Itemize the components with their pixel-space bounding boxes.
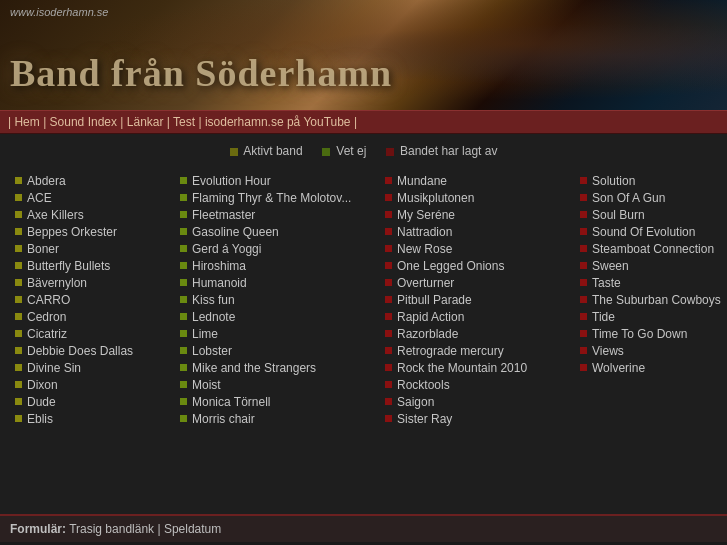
bands-grid: AbderaACEAxe KillersBeppes OrkesterBoner… — [15, 172, 712, 427]
band-link[interactable]: Divine Sin — [27, 361, 81, 375]
band-link[interactable]: Lime — [192, 327, 218, 341]
band-dot — [385, 381, 392, 388]
band-dot — [180, 194, 187, 201]
band-link[interactable]: Eblis — [27, 412, 53, 426]
nav-link-sound-index[interactable]: Sound Index — [50, 115, 117, 129]
nav-sep5: | — [354, 115, 357, 129]
list-item: Mike and the Strangers — [180, 359, 385, 376]
band-link[interactable]: Rapid Action — [397, 310, 464, 324]
band-link[interactable]: Dixon — [27, 378, 58, 392]
band-link[interactable]: Gasoline Queen — [192, 225, 279, 239]
band-link[interactable]: Humanoid — [192, 276, 247, 290]
list-item: Views — [580, 342, 727, 359]
band-link[interactable]: Pitbull Parade — [397, 293, 472, 307]
band-link[interactable]: Abdera — [27, 174, 66, 188]
band-link[interactable]: Fleetmaster — [192, 208, 255, 222]
band-dot — [180, 262, 187, 269]
band-link[interactable]: Monica Törnell — [192, 395, 270, 409]
band-link[interactable]: Flaming Thyr & The Molotov... — [192, 191, 351, 205]
band-link[interactable]: Boner — [27, 242, 59, 256]
band-link[interactable]: Nattradion — [397, 225, 452, 239]
band-link[interactable]: Soul Burn — [592, 208, 645, 222]
main-content: Aktivt band Vet ej Bandet har lagt av Ab… — [0, 134, 727, 514]
band-link[interactable]: The Suburban Cowboys — [592, 293, 721, 307]
nav-link-youtube[interactable]: isoderhamn.se på YouTube — [205, 115, 351, 129]
list-item: Abdera — [15, 172, 180, 189]
list-item: Cicatriz — [15, 325, 180, 342]
band-link[interactable]: New Rose — [397, 242, 452, 256]
list-item: Rocktools — [385, 376, 580, 393]
band-dot — [385, 211, 392, 218]
list-item: Gerd á Yoggi — [180, 240, 385, 257]
nav-link-hem[interactable]: Hem — [14, 115, 39, 129]
band-link[interactable]: Sween — [592, 259, 629, 273]
band-link[interactable]: One Legged Onions — [397, 259, 504, 273]
band-link[interactable]: Axe Killers — [27, 208, 84, 222]
band-link[interactable]: Morris chair — [192, 412, 255, 426]
band-link[interactable]: Hiroshima — [192, 259, 246, 273]
band-link[interactable]: Son Of A Gun — [592, 191, 665, 205]
footer-link-trasig[interactable]: Trasig bandlänk — [69, 522, 154, 536]
band-link[interactable]: Dude — [27, 395, 56, 409]
band-link[interactable]: Sister Ray — [397, 412, 452, 426]
band-link[interactable]: Rocktools — [397, 378, 450, 392]
band-link[interactable]: Rock the Mountain 2010 — [397, 361, 527, 375]
band-link[interactable]: Musikplutonen — [397, 191, 474, 205]
list-item: Morris chair — [180, 410, 385, 427]
band-link[interactable]: Wolverine — [592, 361, 645, 375]
band-link[interactable]: Retrograde mercury — [397, 344, 504, 358]
band-link[interactable]: Mike and the Strangers — [192, 361, 316, 375]
band-link[interactable]: Mundane — [397, 174, 447, 188]
list-item: Moist — [180, 376, 385, 393]
list-item: Beppes Orkester — [15, 223, 180, 240]
band-dot — [15, 313, 22, 320]
band-dot — [180, 313, 187, 320]
band-link[interactable]: Moist — [192, 378, 221, 392]
band-dot — [580, 313, 587, 320]
legend-aktiv: Aktivt band — [230, 144, 306, 158]
band-link[interactable]: Sound Of Evolution — [592, 225, 695, 239]
band-link[interactable]: Lobster — [192, 344, 232, 358]
band-link[interactable]: Cicatriz — [27, 327, 67, 341]
band-link[interactable]: Gerd á Yoggi — [192, 242, 261, 256]
band-link[interactable]: Bävernylon — [27, 276, 87, 290]
list-item: Musikplutonen — [385, 189, 580, 206]
band-link[interactable]: Butterfly Bullets — [27, 259, 110, 273]
band-link[interactable]: Views — [592, 344, 624, 358]
list-item: Fleetmaster — [180, 206, 385, 223]
band-link[interactable]: Debbie Does Dallas — [27, 344, 133, 358]
band-dot — [15, 262, 22, 269]
footer-link-speldatum[interactable]: Speldatum — [164, 522, 221, 536]
list-item: Cedron — [15, 308, 180, 325]
list-item: Time To Go Down — [580, 325, 727, 342]
band-link[interactable]: Solution — [592, 174, 635, 188]
list-item: Bävernylon — [15, 274, 180, 291]
band-link[interactable]: Saigon — [397, 395, 434, 409]
band-link[interactable]: My Seréne — [397, 208, 455, 222]
band-dot — [180, 381, 187, 388]
band-link[interactable]: Steamboat Connection — [592, 242, 714, 256]
band-dot — [15, 330, 22, 337]
band-dot — [580, 262, 587, 269]
band-link[interactable]: Lednote — [192, 310, 235, 324]
band-dot — [385, 177, 392, 184]
band-link[interactable]: Cedron — [27, 310, 66, 324]
band-link[interactable]: Evolution Hour — [192, 174, 271, 188]
band-link[interactable]: Razorblade — [397, 327, 458, 341]
nav-link-lankar[interactable]: Länkar — [127, 115, 164, 129]
band-link[interactable]: Beppes Orkester — [27, 225, 117, 239]
band-link[interactable]: ACE — [27, 191, 52, 205]
list-item: Butterfly Bullets — [15, 257, 180, 274]
list-item: Retrograde mercury — [385, 342, 580, 359]
band-link[interactable]: CARRO — [27, 293, 70, 307]
band-link[interactable]: Taste — [592, 276, 621, 290]
band-link[interactable]: Time To Go Down — [592, 327, 687, 341]
band-dot — [385, 228, 392, 235]
nav-link-test[interactable]: Test — [173, 115, 195, 129]
band-link[interactable]: Tide — [592, 310, 615, 324]
list-item: Gasoline Queen — [180, 223, 385, 240]
band-link[interactable]: Kiss fun — [192, 293, 235, 307]
footer: Formulär: Trasig bandlänk | Speldatum — [0, 514, 727, 542]
list-item: Axe Killers — [15, 206, 180, 223]
band-link[interactable]: Overturner — [397, 276, 454, 290]
